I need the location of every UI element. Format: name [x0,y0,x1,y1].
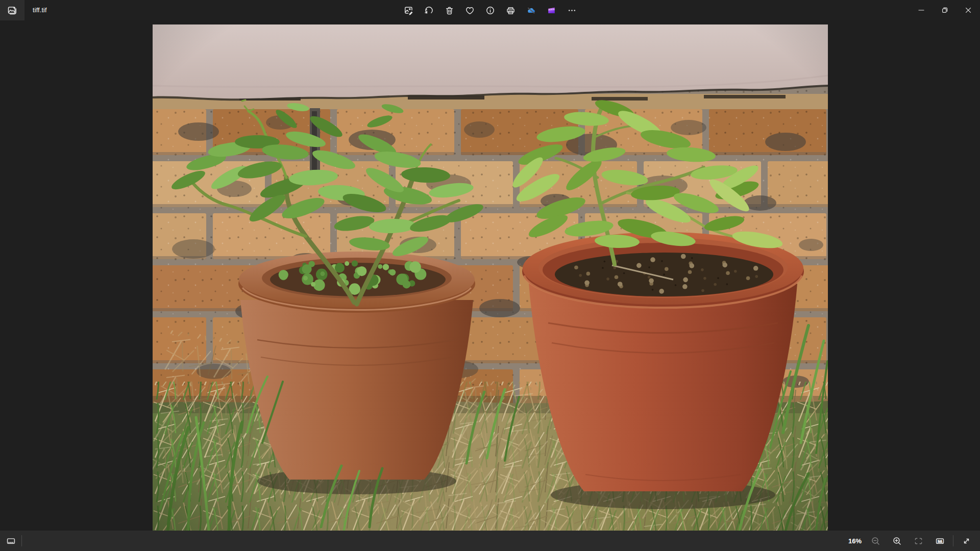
window-controls [910,0,980,20]
print-button[interactable] [500,0,521,20]
filmstrip-icon [6,536,16,546]
statusbar-divider-right [953,535,953,546]
fit-to-window-button[interactable] [910,533,927,549]
rotate-icon [424,5,434,16]
gallery-button[interactable] [0,0,24,20]
photo-gallery-icon [7,5,18,16]
zoom-controls: 16% [848,533,980,549]
minimize-button[interactable] [910,0,933,20]
onedrive-cloud-slash-icon [526,5,536,16]
trash-icon [444,5,455,16]
edit-image-icon [403,5,414,16]
photos-app-window: tiff.tif [0,0,980,551]
printer-icon [505,5,516,16]
heart-icon [464,5,475,16]
clipchamp-button[interactable] [541,0,561,20]
fullscreen-button[interactable] [958,533,975,549]
actual-size-button[interactable]: 1:1 [932,533,948,549]
viewer-canvas [0,20,980,531]
photo-viewer-image [153,24,828,531]
clipchamp-icon [546,5,557,16]
ellipsis-icon [567,5,577,16]
svg-text:1:1: 1:1 [938,540,942,543]
fit-screen-icon [913,536,924,546]
edit-image-button[interactable] [398,0,419,20]
statusbar: 16% [0,531,980,551]
info-button[interactable] [480,0,500,20]
filmstrip-toggle-button[interactable] [0,531,21,551]
close-icon [963,5,973,15]
titlebar: tiff.tif [0,0,980,20]
favorite-button[interactable] [459,0,480,20]
close-button[interactable] [957,0,980,20]
minimize-icon [916,5,926,15]
restore-icon [940,5,950,15]
rotate-button[interactable] [419,0,439,20]
zoom-level-label: 16% [848,537,862,545]
main-toolbar [398,0,582,20]
more-button[interactable] [561,0,582,20]
filename-label: tiff.tif [33,0,47,20]
zoom-in-icon [892,536,902,546]
restore-button[interactable] [933,0,957,20]
one-to-one-icon: 1:1 [935,536,945,546]
zoom-out-button[interactable] [867,533,884,549]
zoom-out-icon [870,536,881,546]
delete-button[interactable] [439,0,459,20]
statusbar-divider-left [21,535,22,546]
photo-scene [153,24,828,531]
zoom-in-button[interactable] [889,533,905,549]
info-icon [485,5,496,16]
cloud-status-button[interactable] [521,0,541,20]
fullscreen-icon [961,536,972,546]
